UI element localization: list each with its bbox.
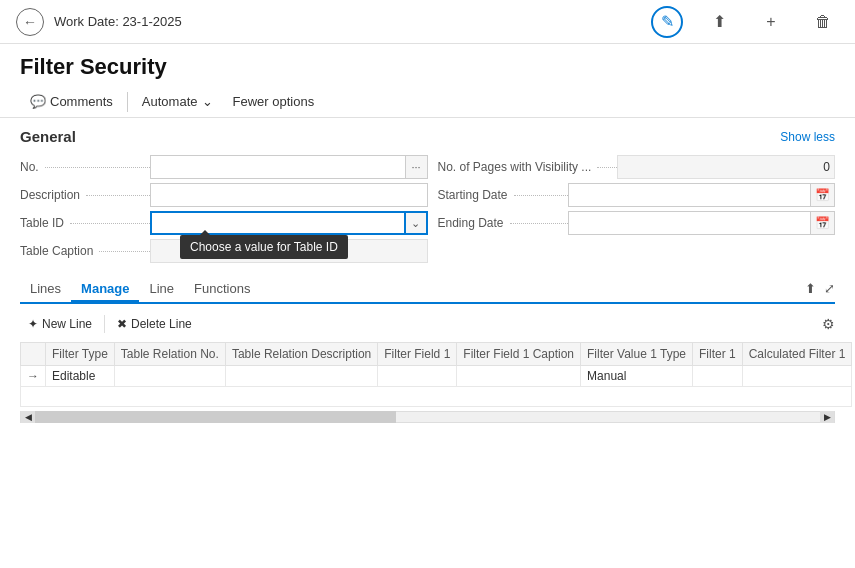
- ending-date-input-group: 📅: [568, 211, 836, 235]
- back-icon: ←: [23, 14, 37, 30]
- scroll-right-button[interactable]: ▶: [820, 411, 834, 423]
- ending-date-calendar-button[interactable]: 📅: [811, 211, 835, 235]
- col-indicator: [21, 343, 46, 366]
- starting-date-field-row: Starting Date 📅: [428, 181, 836, 209]
- edit-button[interactable]: ✎: [651, 6, 683, 38]
- content-area: General Show less No. ··· Description: [0, 118, 855, 433]
- table-caption-label: Table Caption: [20, 244, 150, 258]
- tab-lines[interactable]: Lines: [20, 277, 71, 300]
- ending-date-field-row: Ending Date 📅: [428, 209, 836, 237]
- filter-1-cell[interactable]: [692, 366, 742, 387]
- row-indicator-cell: →: [21, 366, 46, 387]
- starting-date-input[interactable]: [568, 183, 812, 207]
- table-id-input-group: ⌄: [150, 211, 428, 235]
- work-date-label: Work Date: 23-1-2025: [54, 14, 651, 29]
- starting-date-field: 📅: [568, 183, 836, 207]
- tab-manage[interactable]: Manage: [71, 277, 139, 302]
- no-field-row: No. ···: [20, 153, 428, 181]
- col-filter-field-1: Filter Field 1: [378, 343, 457, 366]
- table-caption-field-row: Table Caption: [20, 237, 428, 265]
- form-grid: No. ··· Description Table ID: [20, 153, 835, 265]
- starting-date-label: Starting Date: [438, 188, 568, 202]
- col-filter-field-1-caption: Filter Field 1 Caption: [457, 343, 581, 366]
- add-button[interactable]: +: [755, 6, 787, 38]
- fewer-options-label: Fewer options: [233, 94, 315, 109]
- filter-value-1-type-value: Manual: [587, 369, 626, 383]
- horizontal-scrollbar[interactable]: ◀ ▶: [20, 411, 835, 423]
- starting-date-input-group: 📅: [568, 183, 836, 207]
- new-line-label: New Line: [42, 317, 92, 331]
- no-pages-label: No. of Pages with Visibility ...: [438, 160, 618, 174]
- page-title: Filter Security: [0, 44, 855, 86]
- table-relation-desc-cell[interactable]: [225, 366, 377, 387]
- empty-row: [21, 387, 852, 407]
- share-button[interactable]: ⬆: [703, 6, 735, 38]
- delete-button[interactable]: 🗑: [807, 6, 839, 38]
- filter-type-cell[interactable]: Editable: [46, 366, 115, 387]
- no-field: ···: [150, 155, 428, 179]
- ending-date-label: Ending Date: [438, 216, 568, 230]
- back-button[interactable]: ←: [16, 8, 44, 36]
- form-right-col: No. of Pages with Visibility ... 0 Start…: [428, 153, 836, 265]
- no-pages-field-row: No. of Pages with Visibility ... 0: [428, 153, 836, 181]
- fewer-options-button[interactable]: Fewer options: [223, 90, 325, 113]
- form-left-col: No. ··· Description Table ID: [20, 153, 428, 265]
- description-field: [150, 183, 428, 207]
- delete-line-button[interactable]: ✖ Delete Line: [109, 314, 200, 334]
- description-label: Description: [20, 188, 150, 202]
- comments-label: Comments: [50, 94, 113, 109]
- general-section-title: General: [20, 128, 76, 145]
- ending-date-input[interactable]: [568, 211, 812, 235]
- table-relation-no-cell[interactable]: [114, 366, 225, 387]
- col-calculated-filter-1: Calculated Filter 1: [742, 343, 852, 366]
- col-table-relation-desc: Table Relation Description: [225, 343, 377, 366]
- lines-export-button[interactable]: ⬆: [805, 281, 816, 296]
- new-line-icon: ✦: [28, 317, 38, 331]
- tab-functions[interactable]: Functions: [184, 277, 260, 300]
- row-indicator-icon: →: [27, 369, 39, 383]
- filter-icon: ⚙: [822, 316, 835, 332]
- no-input[interactable]: [150, 155, 406, 179]
- add-icon: +: [766, 13, 775, 31]
- calculated-filter-1-cell[interactable]: [742, 366, 852, 387]
- table-id-input[interactable]: [150, 211, 406, 235]
- col-filter-type: Filter Type: [46, 343, 115, 366]
- col-table-relation-no: Table Relation No.: [114, 343, 225, 366]
- starting-date-calendar-button[interactable]: 📅: [811, 183, 835, 207]
- edit-icon: ✎: [661, 12, 674, 31]
- filter-value-1-type-cell[interactable]: Manual: [581, 366, 693, 387]
- comments-button[interactable]: 💬 Comments: [20, 90, 123, 113]
- description-field-row: Description: [20, 181, 428, 209]
- toolbar-separator-1: [127, 92, 128, 112]
- automate-label: Automate: [142, 94, 198, 109]
- table-caption-field: [150, 239, 428, 263]
- tab-line[interactable]: Line: [139, 277, 184, 300]
- filter-field-1-caption-cell[interactable]: [457, 366, 581, 387]
- description-input[interactable]: [150, 183, 428, 207]
- delete-icon: 🗑: [815, 13, 831, 31]
- new-line-button[interactable]: ✦ New Line: [20, 314, 100, 334]
- table-caption-input: [150, 239, 428, 263]
- scroll-thumb[interactable]: [35, 411, 396, 423]
- no-input-group: ···: [150, 155, 428, 179]
- col-filter-value-1-type: Filter Value 1 Type: [581, 343, 693, 366]
- filter-field-1-cell[interactable]: [378, 366, 457, 387]
- lines-filter-btn[interactable]: ⚙: [822, 316, 835, 332]
- table-id-label: Table ID: [20, 216, 150, 230]
- table-row[interactable]: → Editable Manual: [21, 366, 852, 387]
- no-lookup-button[interactable]: ···: [406, 155, 428, 179]
- lines-expand-button[interactable]: ⤢: [824, 281, 835, 296]
- col-filter-1: Filter 1: [692, 343, 742, 366]
- table-id-lookup-button[interactable]: ⌄: [406, 211, 428, 235]
- delete-line-label: Delete Line: [131, 317, 192, 331]
- lines-header-actions: ⬆ ⤢: [805, 281, 835, 296]
- scroll-left-button[interactable]: ◀: [21, 411, 35, 423]
- automate-button[interactable]: Automate ⌄: [132, 90, 223, 113]
- automate-chevron-icon: ⌄: [202, 94, 213, 109]
- comments-icon: 💬: [30, 94, 46, 109]
- table-id-field-row: Table ID ⌄ Choose a value for Table ID: [20, 209, 428, 237]
- scroll-track[interactable]: [35, 411, 820, 423]
- table-id-field: ⌄: [150, 211, 428, 235]
- show-less-button[interactable]: Show less: [780, 130, 835, 144]
- top-actions: ✎ ⬆ + 🗑: [651, 6, 839, 38]
